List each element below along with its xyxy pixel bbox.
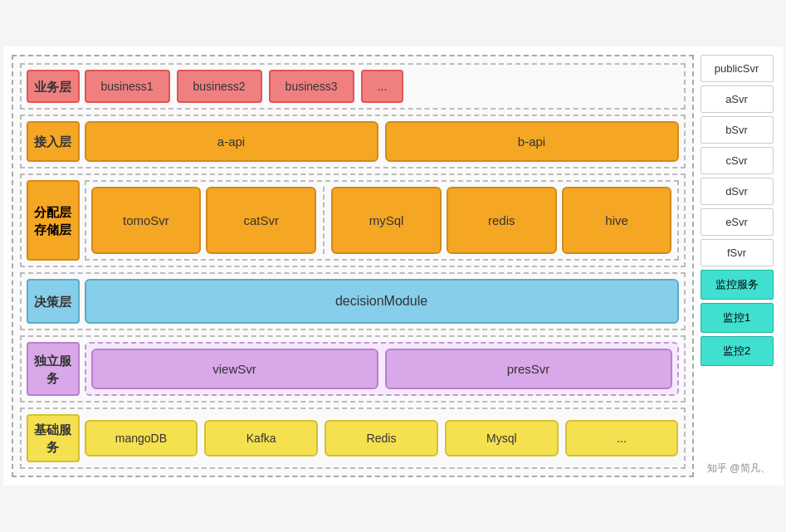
d-svr-box: dSvr	[701, 178, 774, 205]
decision-layer-label: 决策层	[27, 279, 80, 324]
access-layer-label: 接入层	[27, 121, 80, 162]
mysql-box: mySql	[331, 187, 442, 254]
watermark: 知乎 @简凡、	[707, 461, 770, 476]
redis2-box: Redis	[325, 420, 438, 456]
a-svr-box: aSvr	[701, 85, 774, 113]
independent-layer-label: 独立服务	[27, 342, 80, 396]
business-layer-label: 业务层	[27, 70, 80, 103]
monitor2-box: 监控2	[701, 336, 774, 366]
hive-box: hive	[562, 187, 672, 254]
monitor1-box: 监控1	[701, 303, 774, 333]
catsvr-box: catSvr	[206, 187, 316, 254]
c-svr-box: cSvr	[701, 147, 774, 174]
right-service-panel: publicSvr aSvr bSvr cSvr dSvr eSvr fSvr …	[701, 55, 775, 477]
redis-box: redis	[447, 187, 557, 254]
independent-layer-row: 独立服务 viewSvr presSvr	[20, 335, 686, 403]
monitor-service-box: 监控服务	[701, 270, 774, 300]
mangodb-box: mangoDB	[85, 420, 198, 456]
access-layer-row: 接入层 a-api b-api	[20, 115, 686, 168]
storage-layer-row: 分配层 存储层 tomoSvr catSvr mySql redis hive	[20, 173, 686, 267]
tomosvr-box: tomoSvr	[91, 187, 202, 254]
storage-layer-label: 分配层 存储层	[27, 180, 80, 261]
architecture-diagram: 业务层 business1 business2 business3 ... 接入…	[12, 55, 694, 477]
viewsvr-box: viewSvr	[91, 349, 378, 389]
kafka-box: Kafka	[204, 420, 318, 456]
access-layer-content: a-api b-api	[85, 121, 679, 162]
f-svr-box: fSvr	[701, 239, 774, 266]
storage-layer-content: tomoSvr catSvr mySql redis hive	[85, 180, 679, 261]
a-api-box: a-api	[85, 121, 378, 162]
base-etc-box: ...	[565, 420, 679, 456]
mysql2-box: Mysql	[445, 420, 559, 456]
business-layer-content: business1 business2 business3 ...	[85, 70, 679, 103]
independent-layer-content: viewSvr presSvr	[85, 342, 679, 396]
business2-box: business2	[177, 70, 262, 103]
decision-layer-content: decisionModule	[85, 279, 679, 324]
e-svr-box: eSvr	[701, 208, 774, 236]
public-svr-box: publicSvr	[701, 55, 774, 82]
business1-box: business1	[85, 70, 170, 103]
decision-module-box: decisionModule	[85, 279, 679, 324]
b-api-box: b-api	[385, 121, 679, 162]
business-layer-row: 业务层 business1 business2 business3 ...	[20, 63, 686, 110]
pressvr-box: presSvr	[385, 349, 672, 389]
b-svr-box: bSvr	[701, 116, 774, 144]
business-etc-box: ...	[361, 70, 404, 103]
base-layer-content: mangoDB Kafka Redis Mysql ...	[85, 414, 679, 462]
base-layer-label: 基础服务	[27, 414, 80, 462]
base-layer-row: 基础服务 mangoDB Kafka Redis Mysql ...	[20, 408, 686, 469]
main-diagram: 业务层 business1 business2 business3 ... 接入…	[3, 46, 784, 486]
decision-layer-row: 决策层 decisionModule	[20, 272, 686, 330]
business3-box: business3	[269, 70, 354, 103]
